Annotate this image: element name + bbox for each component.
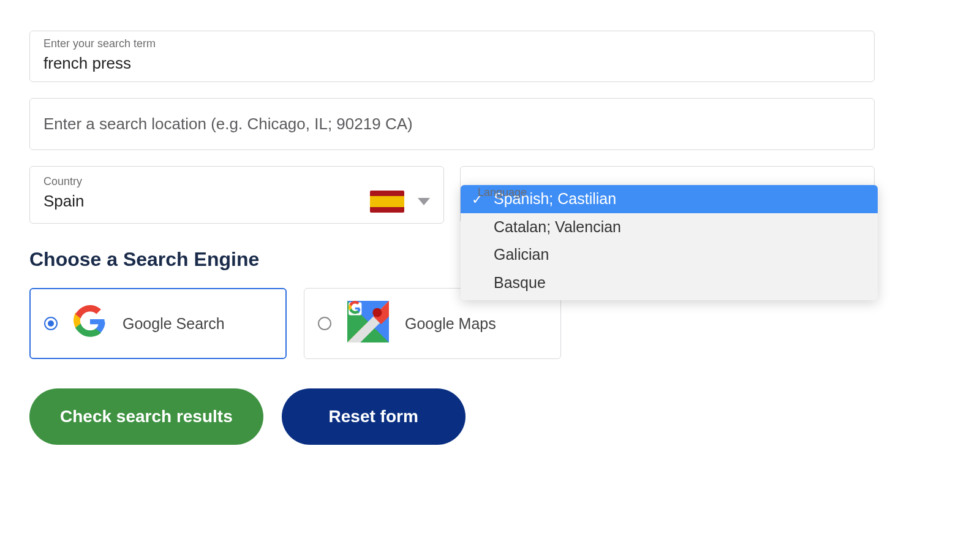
- engine-label: Google Maps: [405, 315, 496, 333]
- language-select[interactable]: Language Spanish; Castilian Catalan; Val…: [460, 166, 875, 224]
- radio-google-search[interactable]: [44, 317, 58, 330]
- country-value: Spain: [43, 192, 85, 211]
- check-search-results-button[interactable]: Check search results: [29, 388, 263, 445]
- language-option-galician[interactable]: Galician: [461, 241, 878, 269]
- button-row: Check search results Reset form: [29, 388, 875, 445]
- language-dropdown: Spanish; Castilian Catalan; Valencian Ga…: [461, 185, 878, 300]
- google-search-icon: [74, 305, 107, 342]
- country-language-row: Country Spain Language Spanish; Castilia…: [29, 166, 875, 224]
- engine-label: Google Search: [123, 315, 225, 333]
- language-option-label: Basque: [494, 274, 546, 291]
- search-term-group: Enter your search term: [29, 31, 875, 82]
- radio-google-maps[interactable]: [318, 317, 331, 330]
- search-location-input[interactable]: [43, 115, 861, 134]
- engine-card-google-search[interactable]: Google Search: [29, 288, 287, 359]
- language-label: Language: [474, 186, 861, 199]
- country-label: Country: [43, 175, 430, 188]
- language-option-label: Catalan; Valencian: [494, 218, 621, 235]
- country-value-line: Spain: [43, 191, 430, 213]
- svg-point-5: [372, 308, 382, 317]
- search-form: Enter your search term Country Spain Lan…: [29, 31, 875, 445]
- search-term-label: Enter your search term: [43, 37, 861, 50]
- country-select[interactable]: Country Spain: [29, 166, 444, 224]
- reset-form-button[interactable]: Reset form: [282, 388, 466, 445]
- chevron-down-icon: [418, 198, 430, 205]
- search-location-group: [29, 98, 875, 150]
- google-maps-icon: [347, 301, 389, 346]
- language-option-label: Galician: [494, 246, 549, 263]
- language-option-catalan[interactable]: Catalan; Valencian: [461, 213, 878, 241]
- search-term-input[interactable]: [43, 54, 861, 73]
- language-option-basque[interactable]: Basque: [461, 269, 878, 297]
- flag-spain-icon: [370, 191, 404, 213]
